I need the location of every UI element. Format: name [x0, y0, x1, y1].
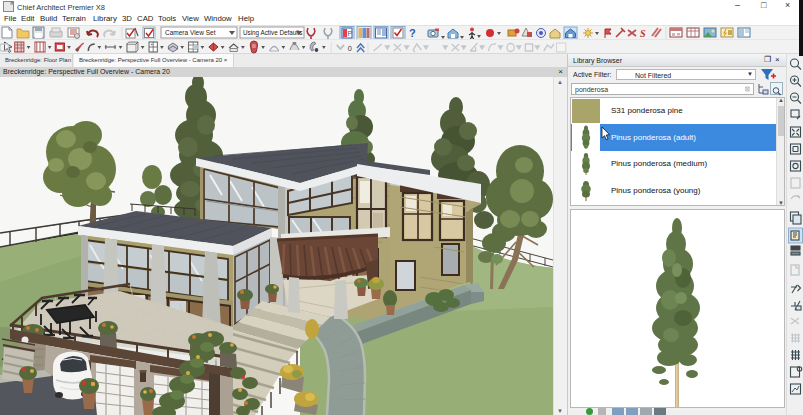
- svg-text:Camera View Set: Camera View Set: [165, 29, 216, 36]
- svg-text:0: 0: [348, 44, 352, 53]
- svg-text:?: ?: [409, 27, 416, 39]
- svg-text:P: P: [348, 30, 353, 37]
- svg-text:Using Active Defaults: Using Active Defaults: [243, 29, 303, 37]
- svg-text:S: S: [640, 28, 646, 39]
